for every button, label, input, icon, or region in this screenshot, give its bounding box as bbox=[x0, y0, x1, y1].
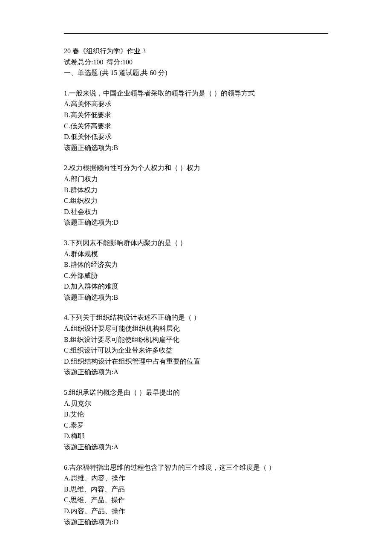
question-option: B.思维、内容、产品 bbox=[64, 484, 328, 495]
question-option: C.泰罗 bbox=[64, 420, 328, 431]
question-option: B.群体的经济实力 bbox=[64, 259, 328, 270]
question-option: C.思维、产品、操作 bbox=[64, 494, 328, 506]
exam-title: 20 春《组织行为学》作业 3 bbox=[64, 46, 328, 57]
question-option: C.组织设计可以为企业带来许多收益 bbox=[64, 345, 328, 356]
section-heading: 一、单选题 (共 15 道试题,共 60 分) bbox=[64, 67, 328, 78]
question-block: 3.下列因素不能影响群体内聚力的是（ ）A.群体规模B.群体的经济实力C.外部威… bbox=[64, 237, 328, 303]
question-answer: 该题正确选项为:D bbox=[64, 517, 328, 528]
question-answer: 该题正确选项为:A bbox=[64, 442, 328, 453]
page-container: 20 春《组织行为学》作业 3 试卷总分:100 得分:100 一、单选题 (共… bbox=[0, 0, 392, 555]
question-stem: 5.组织承诺的概念是由（ ）最早提出的 bbox=[64, 387, 328, 398]
questions-container: 1.一般来说，中国企业领导者采取的领导行为是（ ）的领导方式A.高关怀高要求B.… bbox=[64, 88, 328, 527]
question-stem: 4.下列关于组织结构设计表述不正确的是（ ） bbox=[64, 312, 328, 323]
question-option: B.群体权力 bbox=[64, 185, 328, 196]
score-line: 试卷总分:100 得分:100 bbox=[64, 57, 328, 68]
question-option: C.外部威胁 bbox=[64, 270, 328, 281]
question-option: B.艾伦 bbox=[64, 409, 328, 420]
question-block: 2.权力根据倾向性可分为个人权力和（ ）权力A.部门权力B.群体权力C.组织权力… bbox=[64, 162, 328, 228]
question-block: 6.吉尔福特指出思维的过程包含了智力的三个维度，这三个维度是（ ）A.思维、内容… bbox=[64, 462, 328, 528]
exam-header: 20 春《组织行为学》作业 3 试卷总分:100 得分:100 一、单选题 (共… bbox=[64, 46, 328, 78]
question-stem: 2.权力根据倾向性可分为个人权力和（ ）权力 bbox=[64, 162, 328, 173]
question-stem: 3.下列因素不能影响群体内聚力的是（ ） bbox=[64, 237, 328, 249]
question-option: D.梅耶 bbox=[64, 431, 328, 442]
question-option: D.社会权力 bbox=[64, 206, 328, 217]
question-option: D.低关怀低要求 bbox=[64, 131, 328, 142]
question-option: D.加入群体的难度 bbox=[64, 281, 328, 292]
question-option: A.贝克尔 bbox=[64, 398, 328, 409]
question-option: C.组织权力 bbox=[64, 195, 328, 206]
question-answer: 该题正确选项为:A bbox=[64, 367, 328, 378]
question-block: 4.下列关于组织结构设计表述不正确的是（ ）A.组织设计要尽可能使组织机构科层化… bbox=[64, 312, 328, 378]
question-option: A.群体规模 bbox=[64, 249, 328, 260]
question-answer: 该题正确选项为:B bbox=[64, 142, 328, 153]
question-stem: 1.一般来说，中国企业领导者采取的领导行为是（ ）的领导方式 bbox=[64, 88, 328, 99]
top-horizontal-rule bbox=[64, 33, 328, 34]
question-answer: 该题正确选项为:B bbox=[64, 292, 328, 303]
question-option: B.组织设计要尽可能使组织机构扁平化 bbox=[64, 334, 328, 345]
question-answer: 该题正确选项为:D bbox=[64, 217, 328, 228]
question-option: A.思维、内容、操作 bbox=[64, 473, 328, 484]
question-option: A.高关怀高要求 bbox=[64, 98, 328, 110]
question-option: D.内容、产品、操作 bbox=[64, 506, 328, 517]
question-block: 5.组织承诺的概念是由（ ）最早提出的A.贝克尔B.艾伦C.泰罗D.梅耶该题正确… bbox=[64, 387, 328, 453]
question-block: 1.一般来说，中国企业领导者采取的领导行为是（ ）的领导方式A.高关怀高要求B.… bbox=[64, 88, 328, 153]
question-option: C.低关怀高要求 bbox=[64, 121, 328, 132]
question-option: B.高关怀低要求 bbox=[64, 110, 328, 121]
question-option: D.组织结构设计在组织管理中占有重要的位置 bbox=[64, 356, 328, 367]
question-option: A.组织设计要尽可能使组织机构科层化 bbox=[64, 323, 328, 334]
question-option: A.部门权力 bbox=[64, 173, 328, 185]
question-stem: 6.吉尔福特指出思维的过程包含了智力的三个维度，这三个维度是（ ） bbox=[64, 462, 328, 473]
